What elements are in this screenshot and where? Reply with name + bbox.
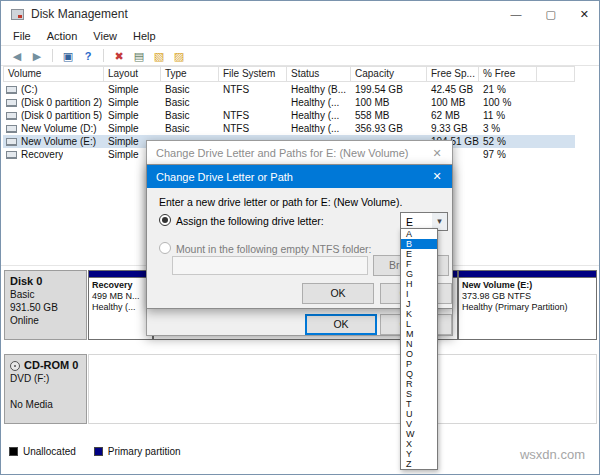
table-row[interactable]: (C:) Simple Basic NTFS Healthy (B... 199…	[3, 83, 575, 96]
dialog2-prompt: Enter a new drive letter or path for E: …	[159, 196, 402, 208]
delete-volume-icon[interactable]: ✖	[109, 48, 129, 64]
partition-status: Healthy (...	[92, 302, 149, 313]
partition-color-stripe	[89, 271, 152, 278]
menu-item[interactable]: View	[85, 30, 125, 42]
back-icon[interactable]: ◀	[7, 48, 27, 64]
drive-letter-option[interactable]: B	[401, 239, 437, 249]
menu-item[interactable]: Action	[39, 30, 86, 42]
title-bar: Disk Management — ▢ ✕	[1, 1, 599, 27]
menu-item[interactable]: File	[5, 30, 39, 42]
mount-folder-input	[172, 256, 368, 275]
dialog1-title-bar: Change Drive Letter and Paths for E: (Ne…	[147, 141, 452, 165]
minimize-button[interactable]: —	[510, 8, 521, 21]
drive-letter-option[interactable]: H	[401, 279, 437, 289]
legend-swatch	[9, 447, 18, 456]
Recovery[interactable]: Recovery 499 MB N... Healthy (...	[88, 270, 153, 340]
partition-size: 499 MB N...	[92, 291, 149, 302]
toolbar-separator	[52, 49, 53, 62]
properties-icon[interactable]: ▤	[129, 48, 149, 64]
column-header[interactable]	[537, 66, 575, 82]
menu-item[interactable]: Help	[125, 30, 164, 42]
volume-table-header: VolumeLayoutTypeFile SystemStatusCapacit…	[3, 66, 575, 82]
drive-letter-option[interactable]: X	[401, 439, 437, 449]
partition-name: New Volume (E:)	[462, 280, 593, 291]
dialog2-title: Change Drive Letter or Path	[156, 171, 293, 183]
legend-item: Primary partition	[94, 446, 181, 457]
drive-letter-option[interactable]: Z	[401, 459, 437, 469]
column-header[interactable]: % Free	[479, 66, 537, 82]
table-row[interactable]: (Disk 0 partition 2) Simple Basic Health…	[3, 96, 575, 109]
volume-icon	[6, 138, 17, 146]
console-tree-icon[interactable]: ▣	[58, 48, 78, 64]
ok-button[interactable]: OK	[305, 314, 377, 335]
volume-icon	[6, 112, 17, 120]
disk-management-window: Disk Management — ▢ ✕ FileActionViewHelp…	[0, 0, 600, 475]
dialog2-title-bar: Change Drive Letter or Path ✕	[147, 165, 452, 188]
legend: Unallocated Primary partition	[9, 446, 199, 457]
cdrom-media-area	[88, 354, 597, 424]
toolbar: ◀▶▣?✖▤▧▨	[1, 46, 599, 66]
cd-rom-icon	[10, 361, 20, 371]
column-header[interactable]: Layout	[104, 66, 161, 82]
drive-letter-option[interactable]: S	[401, 389, 437, 399]
partition-color-stripe	[459, 271, 596, 278]
forward-icon[interactable]: ▶	[27, 48, 47, 64]
open-folder-icon[interactable]: ▨	[169, 48, 189, 64]
drive-letter-option[interactable]: V	[401, 419, 437, 429]
column-header[interactable]: Volume	[3, 66, 104, 82]
legend-item: Unallocated	[9, 446, 76, 457]
drive-letter-option[interactable]: O	[401, 349, 437, 359]
ok-button[interactable]: OK	[302, 283, 374, 304]
volume-icon	[6, 86, 17, 94]
drive-letter-option[interactable]: M	[401, 329, 437, 339]
close-icon[interactable]: ✕	[422, 147, 452, 160]
drive-letter-option[interactable]: U	[401, 409, 437, 419]
drive-letter-option[interactable]: A	[401, 229, 437, 239]
drive-letter-option[interactable]: F	[401, 259, 437, 269]
drive-letter-option[interactable]: K	[401, 309, 437, 319]
column-header[interactable]: File System	[219, 66, 287, 82]
close-button[interactable]: ✕	[580, 8, 589, 21]
window-title: Disk Management	[31, 7, 128, 21]
radio-mount-ntfs-folder[interactable]	[159, 242, 171, 254]
drive-letter-option[interactable]: N	[401, 339, 437, 349]
column-header[interactable]: Type	[161, 66, 219, 82]
maximize-button[interactable]: ▢	[545, 8, 555, 21]
column-header[interactable]: Free Sp...	[427, 66, 479, 82]
drive-letter-option[interactable]: W	[401, 429, 437, 439]
radio-mount-label: Mount in the following empty NTFS folder…	[176, 243, 372, 255]
drive-letter-option[interactable]: G	[401, 269, 437, 279]
change-drive-letter-icon[interactable]: ▧	[149, 48, 169, 64]
toolbar-separator	[103, 49, 104, 62]
dialog1-title: Change Drive Letter and Paths for E: (Ne…	[156, 147, 409, 159]
volume-icon	[6, 151, 17, 159]
close-icon[interactable]: ✕	[422, 170, 452, 183]
table-row[interactable]: (Disk 0 partition 5) Simple Basic NTFS H…	[3, 109, 575, 122]
drive-letter-option[interactable]: P	[401, 359, 437, 369]
radio-assign-label: Assign the following drive letter:	[176, 215, 324, 227]
drive-letter-option[interactable]: T	[401, 399, 437, 409]
help-icon[interactable]: ?	[78, 48, 98, 64]
drive-letter-option[interactable]: Q	[401, 369, 437, 379]
volume-icon	[6, 125, 17, 133]
drive-letter-option[interactable]: E	[401, 249, 437, 259]
New Volume (E:)[interactable]: New Volume (E:) 373.98 GB NTFS Healthy (…	[458, 270, 597, 340]
drive-letter-option[interactable]: L	[401, 319, 437, 329]
cdrom-media: DVD (F:)	[10, 372, 81, 385]
column-header[interactable]: Status	[287, 66, 351, 82]
cdrom-name: CD-ROM 0	[24, 359, 78, 372]
radio-assign-drive-letter[interactable]	[159, 214, 171, 226]
partition-size: 373.98 GB NTFS	[462, 291, 593, 302]
watermark: wsxdn.com	[520, 447, 585, 462]
drive-letter-option[interactable]: R	[401, 379, 437, 389]
legend-swatch	[94, 447, 103, 456]
drive-letter-option[interactable]: I	[401, 289, 437, 299]
table-row[interactable]: New Volume (D:) Simple Basic NTFS Health…	[3, 122, 575, 135]
column-header[interactable]: Capacity	[351, 66, 427, 82]
drive-letter-option[interactable]: Y	[401, 449, 437, 459]
partition-status: Healthy (Primary Partition)	[462, 302, 593, 313]
drive-letter-option[interactable]: J	[401, 299, 437, 309]
volume-icon	[6, 99, 17, 107]
drive-letter-value: E	[401, 216, 432, 228]
cdrom-label-block[interactable]: CD-ROM 0 DVD (F:) No Media	[4, 354, 87, 424]
